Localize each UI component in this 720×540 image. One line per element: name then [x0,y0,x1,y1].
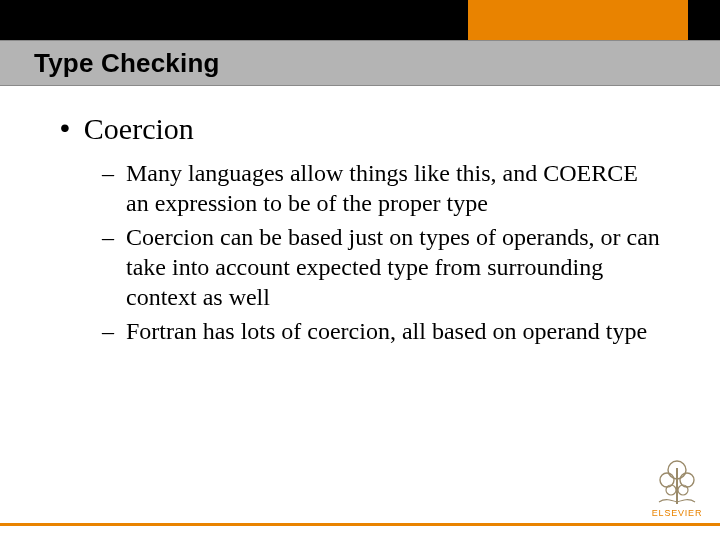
bullet-level1-text: Coercion [84,112,194,146]
dash-icon: – [102,222,118,252]
slide-title: Type Checking [34,48,220,79]
bullet-level2-text: Fortran has lots of coercion, all based … [126,316,647,346]
dash-icon: – [102,158,118,188]
bullet-level2: – Fortran has lots of coercion, all base… [102,316,660,346]
elsevier-tree-icon [653,458,701,506]
dash-icon: – [102,316,118,346]
bullet-dot-icon: • [60,112,70,144]
bullet-level2-text: Coercion can be based just on types of o… [126,222,660,312]
slide: Type Checking • Coercion – Many language… [0,0,720,540]
publisher-name: ELSEVIER [646,508,708,518]
bullet-level2: – Coercion can be based just on types of… [102,222,660,312]
title-bar: Type Checking [0,40,720,86]
publisher-logo: ELSEVIER [646,458,708,518]
content-area: • Coercion – Many languages allow things… [60,112,660,350]
bullet-level2: – Many languages allow things like this,… [102,158,660,218]
footer-accent-line [0,523,720,526]
bullet-level2-text: Many languages allow things like this, a… [126,158,660,218]
top-orange-block [468,0,688,40]
bullet-level1: • Coercion [60,112,660,146]
sub-bullets: – Many languages allow things like this,… [102,158,660,346]
